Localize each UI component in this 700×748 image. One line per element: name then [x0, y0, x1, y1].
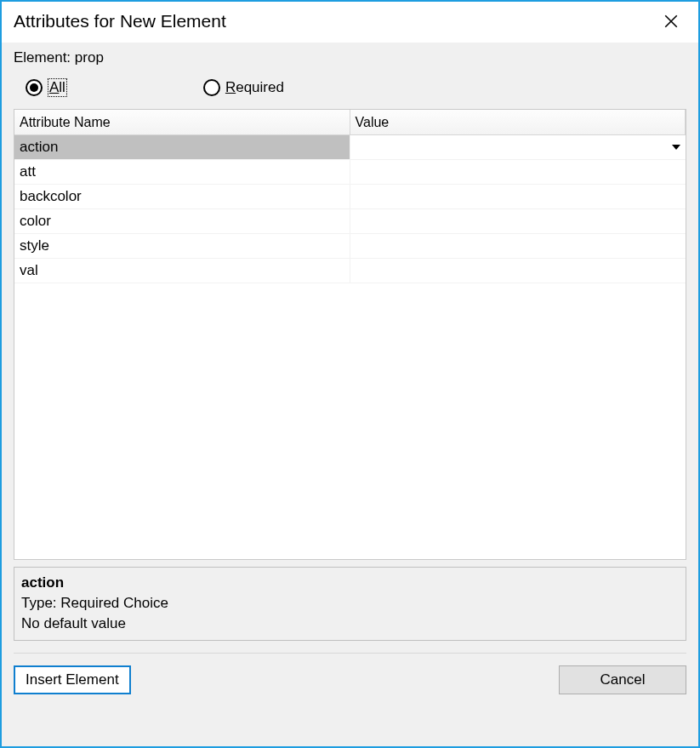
attribute-name-cell: val — [14, 259, 350, 283]
attribute-detail-panel: action Type: Required Choice No default … — [14, 567, 686, 641]
attributes-dialog: Attributes for New Element Element: prop… — [0, 0, 700, 748]
dialog-title: Attributes for New Element — [14, 11, 226, 31]
attribute-value-cell[interactable] — [350, 209, 686, 233]
separator — [14, 653, 686, 654]
dialog-buttons: Insert Element Cancel — [14, 665, 686, 694]
table-row[interactable]: action — [14, 135, 686, 160]
table-row[interactable]: color — [14, 209, 686, 234]
cancel-button[interactable]: Cancel — [559, 665, 686, 694]
insert-element-button[interactable]: Insert Element — [14, 665, 131, 694]
attribute-name-cell: backcolor — [14, 185, 350, 208]
radio-all[interactable]: All — [26, 78, 67, 97]
attribute-name-cell: action — [14, 135, 350, 159]
attribute-value-cell[interactable] — [350, 135, 686, 159]
column-header-value[interactable]: Value — [350, 110, 686, 134]
radio-required-label: Required — [225, 79, 284, 96]
element-label: Element: prop — [14, 48, 686, 75]
attribute-name-cell: style — [14, 234, 350, 258]
filter-radio-group: All Required — [14, 75, 686, 109]
table-body: actionattbackcolorcolorstyleval — [14, 135, 686, 559]
attribute-value-cell[interactable] — [350, 259, 686, 283]
attributes-table: Attribute Name Value actionattbackcolorc… — [14, 109, 686, 560]
detail-type-line: Type: Required Choice — [21, 593, 679, 614]
radio-all-label: All — [48, 78, 67, 97]
column-header-name[interactable]: Attribute Name — [14, 110, 350, 134]
table-row[interactable]: backcolor — [14, 185, 686, 209]
attribute-name-cell: color — [14, 209, 350, 233]
radio-required[interactable]: Required — [203, 79, 284, 96]
table-row[interactable]: val — [14, 259, 686, 283]
attribute-value-cell[interactable] — [350, 185, 686, 208]
radio-icon — [203, 79, 220, 96]
dialog-body: Element: prop All Required Attribute Nam… — [2, 43, 698, 746]
titlebar: Attributes for New Element — [2, 2, 698, 43]
table-row[interactable]: style — [14, 234, 686, 259]
detail-attr-name: action — [21, 573, 679, 593]
attribute-name-cell: att — [14, 160, 350, 184]
table-row[interactable]: att — [14, 160, 686, 185]
attribute-value-cell[interactable] — [350, 160, 686, 184]
radio-icon — [26, 79, 43, 96]
table-header: Attribute Name Value — [14, 110, 686, 135]
detail-default-line: No default value — [21, 614, 679, 634]
close-icon — [663, 14, 679, 29]
chevron-down-icon[interactable] — [672, 145, 680, 150]
close-button[interactable] — [656, 9, 686, 34]
attribute-value-cell[interactable] — [350, 234, 686, 258]
